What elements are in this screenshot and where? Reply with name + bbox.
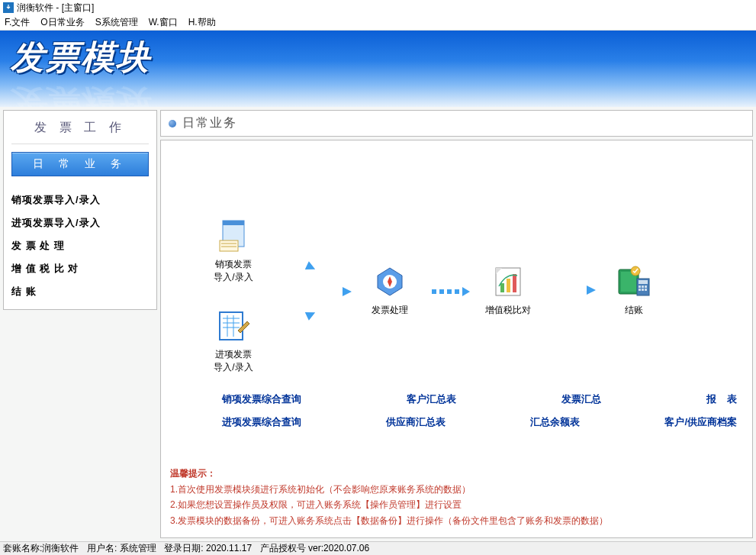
sidebar-item-sales-import[interactable]: 销项发票导入/录入 (11, 189, 149, 211)
links-row-1: 销项发票综合查询 客户汇总表 发票汇总 报 表 (222, 392, 737, 406)
menu-help[interactable]: H.帮助 (188, 16, 216, 29)
svg-rect-25 (639, 289, 641, 291)
flow-purchase-import[interactable]: 进项发票 导入/录入 (199, 307, 268, 374)
svg-rect-21 (639, 280, 648, 284)
book-calc-icon (600, 263, 668, 301)
content: 日常业务 销项发票 导入/录入 (160, 107, 756, 541)
tips-line-1: 1.首次使用发票模块须进行系统初始化（不会影响您原来账务系统的数据） (170, 482, 743, 497)
sidebar-item-close-accounts[interactable]: 结 账 (11, 280, 149, 303)
status-account: 套账名称:润衡软件 (3, 542, 79, 555)
sidebar: 发 票 工 作 日 常 业 务 销项发票导入/录入 进项发票导入/录入 发 票 … (0, 107, 160, 541)
svg-rect-16 (513, 274, 516, 292)
svg-rect-27 (645, 289, 647, 291)
tips-line-3: 3.发票模块的数据备份，可进入账务系统点击【数据备份】进行操作（备份文件里包含了… (170, 513, 743, 528)
svg-rect-24 (645, 286, 647, 288)
sidebar-item-daily-business[interactable]: 日 常 业 务 (11, 152, 149, 176)
link-reports[interactable]: 报 表 (706, 392, 737, 406)
svg-rect-2 (220, 240, 238, 251)
link-purchase-query[interactable]: 进项发票综合查询 (222, 415, 301, 429)
link-sales-query[interactable]: 销项发票综合查询 (222, 392, 301, 406)
sidebar-item-vat-compare[interactable]: 增 值 税 比 对 (11, 257, 149, 280)
flow-invoice-process-label: 发票处理 (355, 304, 424, 317)
banner: 发票模块 发票模块 (0, 31, 756, 107)
flow-close-accounts-label: 结账 (600, 304, 668, 317)
statusbar: 套账名称:润衡软件 用户名: 系统管理 登录日期: 2020.11.17 产品授… (0, 541, 756, 555)
banner-title: 发票模块 (11, 35, 151, 80)
status-login: 登录日期: 2020.11.17 (164, 542, 252, 555)
sidebar-item-purchase-import[interactable]: 进项发票导入/录入 (11, 211, 149, 234)
arrow-icon (550, 284, 596, 296)
svg-rect-5 (220, 312, 243, 340)
content-header: 日常业务 (160, 110, 753, 137)
svg-rect-22 (639, 286, 641, 288)
arrow-icon (271, 244, 317, 275)
flow-sales-import[interactable]: 销项发票 导入/录入 (199, 217, 268, 284)
chart-page-icon (474, 263, 542, 301)
link-balance-summary[interactable]: 汇总余额表 (530, 415, 580, 429)
spreadsheet-pen-icon (199, 307, 268, 345)
window-title: 润衡软件 - [主窗口] (17, 2, 94, 15)
dots-arrow-icon (432, 287, 470, 296)
flow-vat-compare[interactable]: 增值税比对 (474, 263, 542, 317)
svg-rect-15 (507, 279, 510, 292)
tips-line-2: 2.如果您想设置操作员及权限，可进入账务系统【操作员管理】进行设置 (170, 497, 743, 512)
menu-file[interactable]: F.文件 (5, 16, 30, 29)
flow-close-accounts[interactable]: 结账 (600, 263, 668, 317)
link-archives[interactable]: 客户/供应商档案 (664, 415, 737, 429)
sidebar-heading: 发 票 工 作 (11, 117, 149, 144)
svg-rect-23 (642, 286, 644, 288)
link-invoice-summary[interactable]: 发票汇总 (561, 392, 601, 406)
flow-vat-compare-label: 增值税比对 (474, 304, 542, 317)
svg-rect-26 (642, 289, 644, 291)
menu-system[interactable]: S系统管理 (95, 16, 138, 29)
svg-rect-1 (223, 221, 244, 225)
document-icon (199, 217, 268, 255)
sidebar-item-invoice-process[interactable]: 发 票 处 理 (11, 234, 149, 257)
arrow-icon (271, 307, 317, 337)
tips-header: 温馨提示： (170, 466, 743, 481)
compass-icon (355, 263, 424, 301)
menubar: F.文件 O日常业务 S系统管理 W.窗口 H.帮助 (0, 15, 756, 31)
link-customer-summary[interactable]: 客户汇总表 (407, 392, 456, 406)
bullet-icon (169, 120, 176, 127)
app-icon (3, 2, 14, 13)
arrow-icon (314, 286, 352, 298)
status-license: 产品授权号 ver:2020.07.06 (260, 542, 369, 555)
menu-daily[interactable]: O日常业务 (40, 16, 84, 29)
tips: 温馨提示： 1.首次使用发票模块须进行系统初始化（不会影响您原来账务系统的数据）… (170, 466, 743, 528)
link-supplier-summary[interactable]: 供应商汇总表 (386, 415, 446, 429)
content-title: 日常业务 (182, 115, 237, 131)
menu-window[interactable]: W.窗口 (149, 16, 178, 29)
links-row-2: 进项发票综合查询 供应商汇总表 汇总余额表 客户/供应商档案 (222, 415, 737, 429)
titlebar: 润衡软件 - [主窗口] (0, 0, 756, 15)
status-user: 用户名: 系统管理 (87, 542, 156, 555)
flow-invoice-process[interactable]: 发票处理 (355, 263, 424, 317)
svg-rect-14 (500, 283, 504, 292)
banner-reflection: 发票模块 (11, 81, 151, 107)
content-body: 销项发票 导入/录入 进项发票 导入/录入 (160, 140, 753, 538)
flow-purchase-import-label: 进项发票 导入/录入 (199, 348, 268, 374)
main-area: 发 票 工 作 日 常 业 务 销项发票导入/录入 进项发票导入/录入 发 票 … (0, 107, 756, 541)
flow-sales-import-label: 销项发票 导入/录入 (199, 258, 268, 284)
